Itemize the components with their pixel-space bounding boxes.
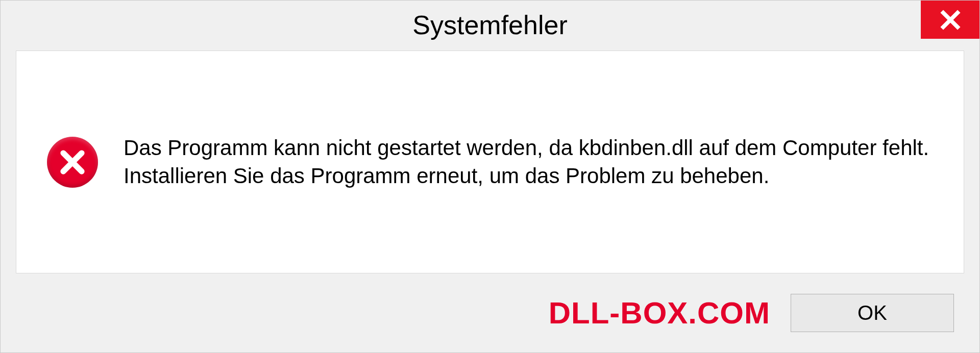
- error-dialog: Systemfehler Das Programm kann nicht ges…: [0, 0, 980, 353]
- content-panel: Das Programm kann nicht gestartet werden…: [16, 51, 964, 273]
- error-icon: [47, 137, 98, 188]
- dialog-footer: DLL-BOX.COM OK: [1, 273, 979, 352]
- titlebar: Systemfehler: [1, 1, 979, 46]
- ok-button[interactable]: OK: [791, 294, 954, 332]
- close-icon: [940, 9, 961, 31]
- dialog-title: Systemfehler: [412, 10, 567, 40]
- error-message: Das Programm kann nicht gestartet werden…: [124, 134, 933, 190]
- close-button[interactable]: [921, 1, 979, 39]
- watermark-text: DLL-BOX.COM: [549, 295, 770, 331]
